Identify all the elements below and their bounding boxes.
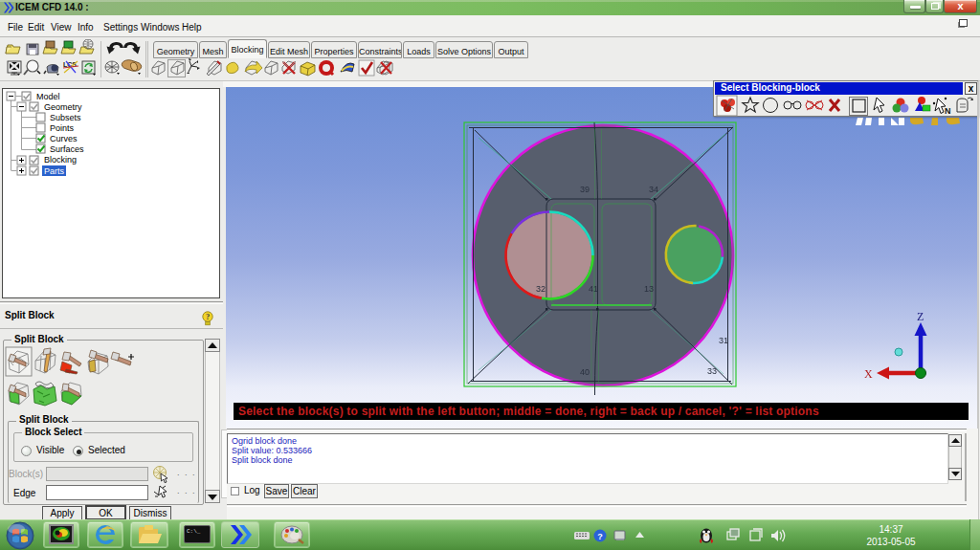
svg-text:34: 34 xyxy=(649,185,658,194)
svg-text:39: 39 xyxy=(580,185,590,194)
svg-text:Geometry: Geometry xyxy=(44,102,82,112)
svg-text:40: 40 xyxy=(580,367,590,377)
svg-text:Z: Z xyxy=(917,310,924,323)
svg-text:Parts: Parts xyxy=(44,166,65,176)
svg-text:Model: Model xyxy=(36,92,60,101)
svg-text:31: 31 xyxy=(719,336,728,345)
svg-text:Surfaces: Surfaces xyxy=(50,144,84,154)
svg-text:Subsets: Subsets xyxy=(50,113,81,122)
svg-text:Blocking: Blocking xyxy=(44,155,77,165)
svg-text:X: X xyxy=(864,367,873,381)
svg-text:N: N xyxy=(945,106,951,116)
svg-text:13: 13 xyxy=(644,284,654,294)
svg-text:41: 41 xyxy=(589,284,598,294)
svg-text:32: 32 xyxy=(536,284,546,294)
svg-text:?: ? xyxy=(206,312,210,321)
svg-text:Points: Points xyxy=(50,123,75,133)
svg-text:Curves: Curves xyxy=(50,134,78,143)
svg-text:33: 33 xyxy=(707,366,717,376)
svg-text:?: ? xyxy=(597,532,603,541)
